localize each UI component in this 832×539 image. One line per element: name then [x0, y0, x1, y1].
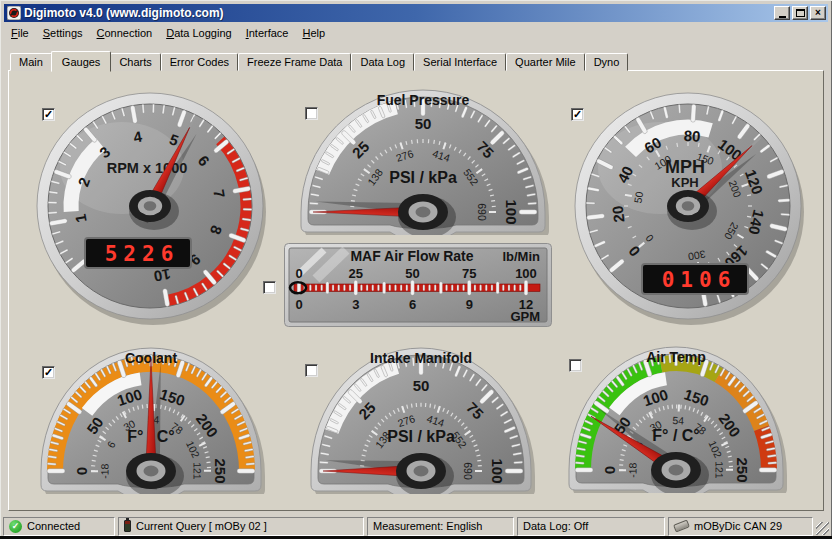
maf-visibility-checkbox[interactable]: [263, 281, 276, 294]
connected-icon: ✓: [9, 520, 22, 533]
fuel_pressure-unit-label: PSI / kPa: [389, 169, 457, 186]
svg-text:50: 50: [415, 115, 432, 132]
window-controls: ×: [774, 6, 826, 20]
fuel_pressure-gauge: 255075100138276414552690Fuel PressurePSI…: [289, 87, 557, 235]
app-icon: [7, 6, 21, 20]
svg-text:-18: -18: [99, 463, 111, 478]
svg-text:50: 50: [413, 377, 430, 394]
tab-quarter-mile[interactable]: Quarter Mile: [506, 53, 585, 71]
status-device-panel: mOByDic CAN 29: [668, 517, 813, 536]
title-bar: Digimoto v4.0 (www.digimoto.com) ×: [4, 4, 828, 22]
air_temp-gauge: 050100150200250-186305478102121Air TempF…: [557, 344, 795, 493]
svg-text:50: 50: [631, 190, 645, 204]
svg-text:0: 0: [73, 467, 90, 475]
tab-data-log[interactable]: Data Log: [351, 53, 414, 71]
svg-text:50: 50: [405, 266, 419, 281]
maf-gauge: MAF Air Flow Ratelb/Min0255075100036912G…: [284, 243, 552, 327]
air_temp-title: Air Temp: [646, 349, 706, 365]
tab-main[interactable]: Main: [10, 53, 52, 71]
svg-text:80: 80: [683, 127, 701, 145]
svg-text:0: 0: [295, 297, 302, 312]
status-connection-panel: ✓ Connected: [3, 517, 115, 536]
svg-text:100: 100: [503, 199, 520, 224]
air_temp-unit-label: F° / C°: [652, 427, 699, 444]
menu-item-settings[interactable]: Settings: [36, 25, 90, 41]
maf-unit-bottom: GPM: [510, 309, 540, 324]
svg-text:100: 100: [515, 266, 537, 281]
minimize-button[interactable]: [774, 6, 790, 20]
intake_manifold-title: Intake Manifold: [370, 350, 472, 366]
svg-text:-18: -18: [627, 462, 639, 477]
svg-text:3: 3: [352, 297, 359, 312]
menu-bar: FileSettingsConnectionData LoggingInterf…: [4, 23, 828, 42]
tab-charts[interactable]: Charts: [110, 53, 160, 71]
svg-text:9: 9: [466, 297, 473, 312]
intake_manifold-gauge: 255075100138276414552690Intake ManifoldP…: [299, 345, 543, 494]
menu-item-help[interactable]: Help: [295, 25, 332, 41]
svg-text:6: 6: [409, 297, 416, 312]
speed-title: MPH: [665, 157, 705, 177]
tab-freeze-frame-data[interactable]: Freeze Frame Data: [238, 53, 351, 71]
maximize-button[interactable]: [792, 6, 808, 20]
menu-item-connection[interactable]: Connection: [90, 25, 160, 41]
tab-strip: MainGaugesChartsError CodesFreeze Frame …: [10, 50, 628, 71]
svg-text:121: 121: [191, 462, 203, 480]
gauge-area: 012345678910RPM x 10005226✓2550751001382…: [8, 70, 824, 511]
svg-text:20: 20: [609, 205, 628, 224]
close-button[interactable]: ×: [810, 6, 826, 20]
svg-text:121: 121: [713, 461, 725, 479]
status-connection-text: Connected: [27, 520, 80, 532]
maf-title: MAF Air Flow Rate: [350, 248, 473, 264]
fuel_pressure-title: Fuel Pressure: [377, 92, 470, 108]
speed-subtitle: KPH: [671, 175, 698, 190]
maf-unit-top: lb/Min: [502, 249, 540, 264]
intake_manifold-visibility-checkbox[interactable]: [305, 364, 318, 377]
menu-item-data-logging[interactable]: Data Logging: [159, 25, 238, 41]
speed-digital-readout: 0106: [662, 268, 737, 292]
svg-text:25: 25: [349, 266, 363, 281]
status-measurement-text: Measurement: English: [373, 520, 482, 532]
window-title: Digimoto v4.0 (www.digimoto.com): [24, 4, 774, 22]
maximize-icon: [796, 9, 805, 17]
coolant-visibility-checkbox[interactable]: ✓: [42, 366, 55, 379]
rpm-visibility-checkbox[interactable]: ✓: [42, 108, 55, 121]
svg-text:0: 0: [601, 466, 618, 474]
svg-text:690: 690: [476, 203, 488, 221]
speed-gauge: 0204060801001201401601800501001502002503…: [569, 87, 807, 325]
intake_manifold-unit-label: PSI / kPa: [387, 428, 455, 445]
tab-gauges[interactable]: Gauges: [51, 51, 112, 72]
air_temp-visibility-checkbox[interactable]: [569, 359, 582, 372]
svg-text:0: 0: [295, 266, 302, 281]
menu-item-file[interactable]: File: [4, 25, 36, 41]
svg-text:690: 690: [462, 462, 474, 480]
svg-text:54: 54: [672, 414, 684, 427]
status-measurement-panel: Measurement: English: [367, 517, 514, 536]
svg-text:100: 100: [489, 458, 506, 483]
minimize-icon: [779, 16, 786, 18]
status-datalog-text: Data Log: Off: [523, 520, 588, 532]
status-datalog-panel: Data Log: Off: [517, 517, 665, 536]
rpm-digital-readout: 5226: [105, 242, 180, 266]
fuel_pressure-visibility-checkbox[interactable]: [305, 107, 318, 120]
status-device-text: mOByDic CAN 29: [694, 520, 782, 532]
menu-item-interface[interactable]: Interface: [239, 25, 296, 41]
svg-text:250: 250: [212, 458, 229, 483]
query-icon: [124, 520, 131, 532]
status-query-text: Current Query [ mOBy 02 ]: [136, 520, 267, 532]
speed-visibility-checkbox[interactable]: ✓: [571, 108, 584, 121]
status-bar: ✓ Connected Current Query [ mOBy 02 ] Me…: [3, 514, 829, 536]
resize-grip[interactable]: [816, 522, 829, 535]
tab-dyno[interactable]: Dyno: [585, 53, 629, 71]
application-window: Digimoto v4.0 (www.digimoto.com) × FileS…: [0, 0, 832, 539]
coolant-gauge: 050100150200250-186305478102121CoolantF°…: [29, 345, 273, 494]
tab-serial-interface[interactable]: Serial Interface: [414, 53, 506, 71]
tab-error-codes[interactable]: Error Codes: [161, 53, 238, 71]
status-query-panel: Current Query [ mOBy 02 ]: [118, 517, 364, 536]
rpm-gauge: 012345678910RPM x 10005226: [31, 87, 269, 325]
svg-text:250: 250: [734, 457, 751, 482]
chip-icon: [673, 519, 690, 532]
svg-text:75: 75: [462, 266, 476, 281]
